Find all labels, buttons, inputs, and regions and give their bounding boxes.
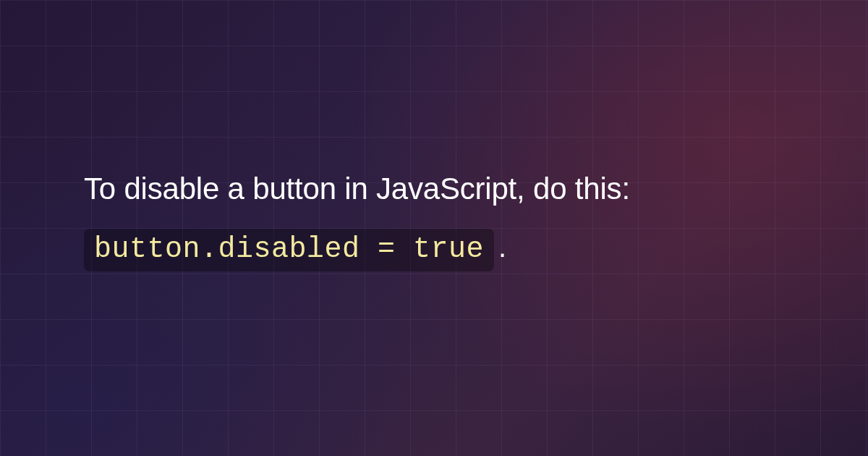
heading-text: To disable a button in JavaScript, do th…: [84, 169, 810, 209]
period: .: [498, 231, 506, 263]
content-block: To disable a button in JavaScript, do th…: [84, 169, 810, 270]
code-snippet: button.disabled = true: [84, 229, 494, 271]
code-line: button.disabled = true.: [84, 227, 810, 270]
